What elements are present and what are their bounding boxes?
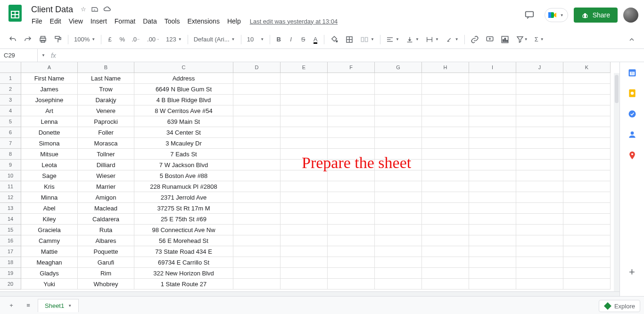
move-icon[interactable] <box>91 6 99 13</box>
cell[interactable]: 7 Eads St <box>134 149 233 160</box>
cell[interactable] <box>516 116 563 127</box>
insert-link-button[interactable] <box>468 33 482 46</box>
cell[interactable] <box>281 105 328 116</box>
cell[interactable] <box>516 214 563 225</box>
cell[interactable]: Sage <box>21 170 78 181</box>
cell[interactable] <box>563 181 611 192</box>
cell[interactable] <box>281 181 328 192</box>
row-header[interactable]: 14 <box>0 214 21 225</box>
column-header-J[interactable]: J <box>516 62 563 73</box>
cell[interactable]: Cammy <box>21 235 78 246</box>
cell[interactable] <box>328 268 375 279</box>
menu-data[interactable]: Data <box>140 16 160 27</box>
cell[interactable]: Lenna <box>21 116 78 127</box>
cell[interactable] <box>328 257 375 268</box>
paint-format-button[interactable] <box>51 33 65 46</box>
meet-button[interactable]: ▼ <box>545 8 568 22</box>
add-sheet-button[interactable]: + <box>4 298 19 313</box>
cell[interactable]: Yuki <box>21 279 78 290</box>
cell[interactable] <box>469 279 516 290</box>
cell[interactable] <box>281 149 328 160</box>
row-header[interactable]: 20 <box>0 279 21 290</box>
cell[interactable]: Paprocki <box>78 116 134 127</box>
cell[interactable]: 8 W Cerritos Ave #54 <box>134 105 233 116</box>
cell[interactable] <box>422 138 469 149</box>
cell[interactable] <box>375 73 422 84</box>
cell[interactable] <box>422 95 469 105</box>
cell[interactable]: Donette <box>21 127 78 138</box>
cell[interactable]: Minna <box>21 192 78 203</box>
cell[interactable] <box>233 246 281 257</box>
cell[interactable] <box>281 279 328 290</box>
insert-chart-button[interactable] <box>498 33 512 46</box>
cell[interactable] <box>233 149 281 160</box>
doc-title[interactable]: Client Data <box>28 4 76 16</box>
cell[interactable] <box>328 246 375 257</box>
row-header[interactable]: 11 <box>0 181 21 192</box>
cell[interactable] <box>281 214 328 225</box>
cell[interactable] <box>375 127 422 138</box>
cell[interactable]: Maclead <box>78 203 134 214</box>
cell[interactable] <box>516 84 563 95</box>
cell[interactable]: Simona <box>21 138 78 149</box>
star-icon[interactable]: ☆ <box>81 6 86 13</box>
cell[interactable] <box>422 203 469 214</box>
merge-cells-dropdown[interactable]: ▼ <box>357 33 377 46</box>
cell[interactable] <box>563 84 611 95</box>
cell[interactable]: Rim <box>78 268 134 279</box>
cell[interactable]: First Name <box>21 73 78 84</box>
cell[interactable] <box>469 138 516 149</box>
fill-color-button[interactable] <box>327 33 341 46</box>
cell[interactable]: 1 State Route 27 <box>134 279 233 290</box>
cell[interactable] <box>328 84 375 95</box>
cell[interactable] <box>422 225 469 235</box>
cell[interactable] <box>422 181 469 192</box>
cell[interactable]: 2371 Jerrold Ave <box>134 192 233 203</box>
cell[interactable] <box>233 138 281 149</box>
cell[interactable] <box>422 149 469 160</box>
cell[interactable] <box>469 246 516 257</box>
cell[interactable] <box>422 105 469 116</box>
column-header-I[interactable]: I <box>469 62 516 73</box>
cell[interactable] <box>375 138 422 149</box>
cell[interactable] <box>469 225 516 235</box>
column-header-K[interactable]: K <box>563 62 611 73</box>
increase-decimal-button[interactable]: .00→ <box>144 33 162 46</box>
cell[interactable]: Mattie <box>21 246 78 257</box>
cell[interactable] <box>563 73 611 84</box>
cell[interactable] <box>281 235 328 246</box>
cell[interactable] <box>563 225 611 235</box>
cell[interactable]: 639 Main St <box>134 116 233 127</box>
sheets-logo[interactable] <box>6 4 25 23</box>
formula-bar[interactable] <box>58 49 644 62</box>
cell[interactable] <box>563 268 611 279</box>
chevron-down-icon[interactable]: ▼ <box>38 53 49 57</box>
strikethrough-button[interactable]: S <box>297 33 309 46</box>
bold-button[interactable]: B <box>273 33 284 46</box>
cell[interactable] <box>422 192 469 203</box>
cell[interactable]: Gladys <box>21 268 78 279</box>
cell[interactable] <box>328 170 375 181</box>
row-header[interactable]: 13 <box>0 203 21 214</box>
cell[interactable] <box>469 235 516 246</box>
cell[interactable]: James <box>21 84 78 95</box>
cell[interactable] <box>563 95 611 105</box>
cell[interactable]: Darakjy <box>78 95 134 105</box>
cell[interactable] <box>563 105 611 116</box>
cell[interactable]: Graciela <box>21 225 78 235</box>
cell[interactable]: Albares <box>78 235 134 246</box>
column-header-F[interactable]: F <box>328 62 375 73</box>
spreadsheet-grid[interactable]: ABCDEFGHIJK 1First NameLast NameAddress2… <box>0 62 619 296</box>
cell[interactable] <box>563 127 611 138</box>
cell[interactable] <box>516 203 563 214</box>
cell[interactable] <box>469 214 516 225</box>
cell[interactable] <box>233 160 281 170</box>
cell[interactable] <box>516 170 563 181</box>
cell[interactable] <box>281 127 328 138</box>
cell[interactable] <box>422 214 469 225</box>
cell[interactable] <box>375 257 422 268</box>
cell[interactable] <box>563 160 611 170</box>
cell[interactable] <box>233 127 281 138</box>
maps-icon[interactable] <box>627 151 637 160</box>
cell[interactable]: Poquette <box>78 246 134 257</box>
